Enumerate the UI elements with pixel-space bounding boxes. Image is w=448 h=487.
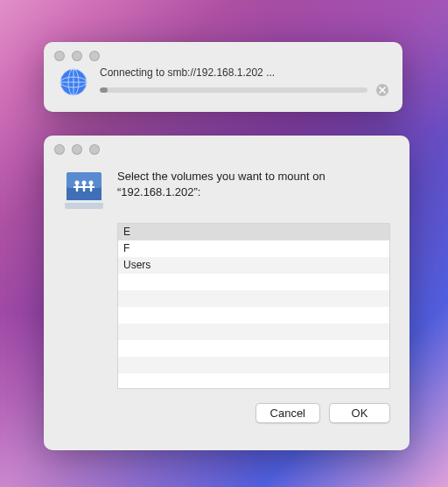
volume-row-empty[interactable] — [118, 373, 389, 389]
connecting-progress-bar — [100, 87, 368, 93]
volume-row[interactable]: E — [118, 224, 389, 240]
minimize-window-button[interactable] — [72, 144, 82, 155]
mount-volumes-window: Select the volumes you want to mount on … — [44, 136, 410, 450]
zoom-window-button[interactable] — [89, 144, 100, 155]
volume-row-empty[interactable] — [118, 324, 389, 340]
volume-row-empty[interactable] — [118, 357, 389, 373]
cancel-button[interactable]: Cancel — [256, 403, 320, 423]
svg-point-18 — [89, 181, 94, 185]
minimize-window-button[interactable] — [72, 51, 82, 61]
cancel-connection-button[interactable] — [376, 84, 388, 96]
zoom-window-button[interactable] — [89, 51, 100, 61]
ok-button[interactable]: OK — [329, 403, 390, 423]
volume-row[interactable]: Users — [118, 257, 389, 274]
svg-rect-14 — [74, 186, 80, 188]
volume-row-empty[interactable] — [118, 274, 389, 290]
server-drive-icon — [63, 167, 105, 212]
mount-prompt-text: Select the volumes you want to mount on … — [117, 167, 390, 199]
volume-row[interactable]: F — [118, 240, 389, 257]
window-controls — [44, 42, 402, 61]
svg-point-15 — [82, 181, 87, 185]
network-globe-icon — [58, 66, 89, 98]
volume-row-empty[interactable] — [118, 340, 389, 357]
svg-point-12 — [75, 181, 80, 185]
window-controls — [44, 136, 410, 155]
connecting-progress-window: Connecting to smb://192.168.1.202 ... — [44, 42, 402, 112]
volume-row-empty[interactable] — [118, 290, 389, 307]
volume-list[interactable]: E F Users — [117, 223, 390, 389]
connecting-status-text: Connecting to smb://192.168.1.202 ... — [100, 66, 388, 79]
close-window-button[interactable] — [54, 51, 65, 61]
volume-row-empty[interactable] — [118, 307, 389, 324]
svg-rect-11 — [65, 200, 103, 203]
svg-rect-17 — [80, 186, 88, 188]
close-window-button[interactable] — [54, 144, 65, 155]
svg-rect-20 — [88, 186, 94, 188]
